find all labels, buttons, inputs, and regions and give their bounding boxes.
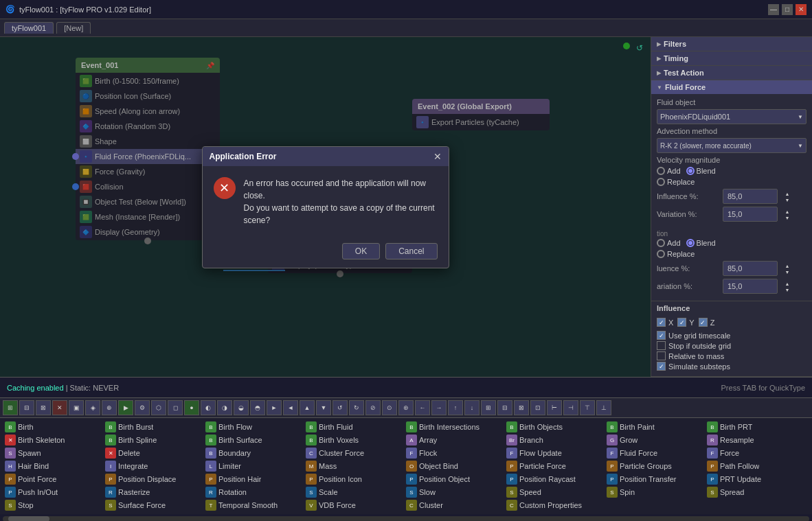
tb-btn-30[interactable]: ⊞ <box>481 400 496 415</box>
rp-test-action-header[interactable]: ▶ Test Action <box>651 66 812 80</box>
grid-item-birth-fluid[interactable]: BBirth Fluid <box>304 421 403 433</box>
scrolltrack[interactable] <box>3 516 809 521</box>
tb-btn-27[interactable]: → <box>431 400 447 415</box>
grid-item-position-transfer[interactable]: PPosition Transfer <box>605 473 704 485</box>
grid-item-integrate[interactable]: IIntegrate <box>103 460 203 472</box>
tb-btn-25[interactable]: ⊛ <box>398 400 414 415</box>
tb-btn-15[interactable]: ◒ <box>234 400 249 415</box>
grid-item-object-bind[interactable]: OObject Bind <box>404 460 504 472</box>
grid-item-position-icon-grid[interactable]: PPosition Icon <box>304 473 403 485</box>
grid-item-point-force[interactable]: PPoint Force <box>3 473 102 485</box>
grid-item-particle-force[interactable]: PParticle Force <box>504 460 604 472</box>
rp-cb-grid-timescale[interactable]: ✓Use grid timescale <box>657 331 807 340</box>
grid-item-custom-properties[interactable]: CCustom Properties <box>504 499 604 511</box>
grid-item-birth[interactable]: BBirth <box>3 421 102 433</box>
grid-item-birth-intersections[interactable]: BBirth Intersections <box>404 421 504 433</box>
tb-btn-9[interactable]: ⚙ <box>135 400 150 415</box>
tb-btn-22[interactable]: ↻ <box>349 400 364 415</box>
grid-item-temporal-smooth[interactable]: TTemporal Smooth <box>203 499 303 511</box>
tb-btn-11[interactable]: ◻ <box>168 400 183 415</box>
grid-item-birth-surface[interactable]: BBirth Surface <box>203 434 303 446</box>
tb-btn-34[interactable]: ⊢ <box>547 400 562 415</box>
rp-cb-relative-mass[interactable]: Relative to mass <box>657 351 807 360</box>
rp-variation-input[interactable]: 15,0 <box>723 207 778 222</box>
influence-spinner[interactable]: ▲ ▼ <box>782 191 793 202</box>
tb-btn-14[interactable]: ◑ <box>217 400 232 415</box>
grid-item-branch[interactable]: BrBranch <box>504 434 604 446</box>
grid-item-position-hair[interactable]: PPosition Hair <box>203 473 303 485</box>
tb-btn-1[interactable]: ⊞ <box>3 400 18 415</box>
grid-item-birth-skeleton[interactable]: ✕Birth Skeleton <box>3 434 102 446</box>
tb-btn-7[interactable]: ⊕ <box>102 400 117 415</box>
grid-item-hair-bind[interactable]: HHair Bind <box>3 460 102 472</box>
rp-influence2-input[interactable]: 85,0 <box>723 261 778 276</box>
tb-btn-28[interactable]: ↑ <box>448 400 463 415</box>
close-button[interactable]: ✕ <box>796 4 807 15</box>
grid-item-scale[interactable]: SScale <box>304 486 403 498</box>
rp-filters-header[interactable]: ▶ Filters <box>651 37 812 51</box>
grid-item-birth-burst[interactable]: BBirth Burst <box>103 421 203 433</box>
grid-item-birth-prt[interactable]: BBirth PRT <box>705 421 804 433</box>
tb-btn-26[interactable]: ← <box>415 400 430 415</box>
tb-btn-10[interactable]: ⬡ <box>151 400 166 415</box>
tb-btn-3[interactable]: ⊠ <box>36 400 51 415</box>
tb-btn-32[interactable]: ⊠ <box>514 400 529 415</box>
rp-advection-select[interactable]: R-K 2 (slower, more accurate) ▼ <box>657 138 807 153</box>
tb-btn-18[interactable]: ◄ <box>283 400 298 415</box>
grid-item-rotation[interactable]: RRotation <box>203 486 303 498</box>
grid-item-birth-voxels[interactable]: BBirth Voxels <box>304 434 403 446</box>
grid-item-birth-paint[interactable]: BBirth Paint <box>605 421 704 433</box>
grid-item-rasterize[interactable]: RRasterize <box>103 486 203 498</box>
maximize-button[interactable]: □ <box>782 4 793 15</box>
tb-btn-37[interactable]: ⊥ <box>596 400 611 415</box>
rp-radio-replace2[interactable]: Replace <box>657 250 695 258</box>
grid-item-push-in-out[interactable]: PPush In/Out <box>3 486 102 498</box>
grid-item-grow[interactable]: GGrow <box>605 434 704 446</box>
grid-item-spawn[interactable]: SSpawn <box>3 447 102 459</box>
grid-item-vdb-force[interactable]: VVDB Force <box>304 499 403 511</box>
grid-item-birth-flow[interactable]: BBirth Flow <box>203 421 303 433</box>
rp-radio-blend2[interactable]: Blend <box>686 239 716 247</box>
grid-item-birth-spline[interactable]: BBirth Spline <box>103 434 203 446</box>
horizontal-scrollbar[interactable] <box>0 514 812 521</box>
tb-btn-17[interactable]: ► <box>267 400 282 415</box>
scrollthumb[interactable] <box>8 516 49 521</box>
rp-timing-header[interactable]: ▶ Timing <box>651 51 812 65</box>
grid-item-position-raycast[interactable]: PPosition Raycast <box>504 473 604 485</box>
rp-fluid-force-header[interactable]: ▼ Fluid Force <box>651 80 812 94</box>
tb-btn-16[interactable]: ◓ <box>250 400 265 415</box>
rp-radio-blend[interactable]: Blend <box>686 167 716 175</box>
grid-item-mass[interactable]: MMass <box>304 460 403 472</box>
tb-btn-35[interactable]: ⊣ <box>563 400 578 415</box>
grid-item-limiter[interactable]: LLimiter <box>203 460 303 472</box>
grid-item-spin[interactable]: SSpin <box>605 486 704 498</box>
tb-btn-2[interactable]: ⊟ <box>19 400 34 415</box>
grid-item-position-displace[interactable]: PPosition Displace <box>103 473 203 485</box>
grid-item-speed[interactable]: SSpeed <box>504 486 604 498</box>
grid-item-spread[interactable]: SSpread <box>705 486 804 498</box>
tb-btn-21[interactable]: ↺ <box>332 400 348 415</box>
grid-item-flow-update[interactable]: FFlow Update <box>504 447 604 459</box>
rp-radio-replace[interactable]: Replace <box>657 178 695 186</box>
tb-btn-20[interactable]: ▼ <box>316 400 331 415</box>
tb-btn-29[interactable]: ↓ <box>464 400 480 415</box>
rp-variation2-input[interactable]: 15,0 <box>723 279 778 294</box>
dialog-ok-button[interactable]: OK <box>342 243 380 259</box>
rp-cb-x[interactable]: ✓X <box>657 318 673 327</box>
influence2-spinner[interactable]: ▲ ▼ <box>782 263 793 274</box>
grid-item-path-follow[interactable]: PPath Follow <box>705 460 804 472</box>
tab-tyflow001[interactable]: tyFlow001 <box>4 22 54 34</box>
grid-item-surface-force[interactable]: SSurface Force <box>103 499 203 511</box>
rp-radio-add2[interactable]: Add <box>657 239 681 247</box>
tb-btn-8[interactable]: ▶ <box>118 400 133 415</box>
grid-item-force-grid[interactable]: FForce <box>705 447 804 459</box>
tb-btn-36[interactable]: ⊤ <box>580 400 595 415</box>
rp-influence-input[interactable]: 85,0 <box>723 189 778 204</box>
variation2-spinner[interactable]: ▲ ▼ <box>782 281 793 292</box>
tb-btn-12[interactable]: ● <box>184 400 199 415</box>
tb-btn-5[interactable]: ▣ <box>69 400 84 415</box>
grid-item-birth-objects[interactable]: BBirth Objects <box>504 421 604 433</box>
grid-item-prt-update[interactable]: PPRT Update <box>705 473 804 485</box>
rp-cb-y[interactable]: ✓Y <box>677 318 694 327</box>
minimize-button[interactable]: — <box>768 4 779 15</box>
